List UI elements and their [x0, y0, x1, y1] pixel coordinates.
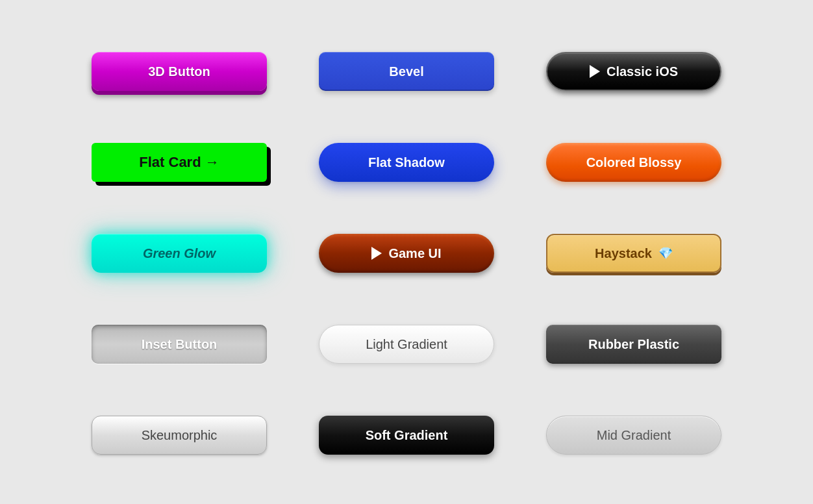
bevel-button[interactable]: Bevel: [319, 52, 494, 91]
cell-inset-button: Inset Button: [88, 299, 270, 390]
cell-skeumorphic-button: Skeumorphic: [88, 390, 270, 481]
play-icon-game: [371, 247, 382, 260]
haystack-button[interactable]: Haystack 💎: [546, 234, 721, 273]
light-gradient-button[interactable]: Light Gradient: [319, 325, 494, 364]
cell-rubber-plastic-button: Rubber Plastic: [543, 299, 725, 390]
game-ui-label: Game UI: [388, 246, 441, 261]
rubber-plastic-button[interactable]: Rubber Plastic: [546, 325, 721, 364]
classic-ios-label: Classic iOS: [607, 64, 678, 79]
cell-flat-shadow-button: Flat Shadow: [316, 117, 497, 208]
mid-gradient-button[interactable]: Mid Gradient: [546, 416, 721, 455]
cell-haystack-button: Haystack 💎: [543, 208, 725, 299]
haystack-label: Haystack: [595, 246, 652, 261]
soft-gradient-button[interactable]: Soft Gradient: [319, 416, 494, 455]
cell-colored-blossy-button: Colored Blossy: [543, 117, 725, 208]
diamond-icon: 💎: [658, 246, 673, 260]
colored-blossy-button[interactable]: Colored Blossy: [546, 143, 721, 182]
cell-flat-card-button: Flat Card →: [88, 117, 270, 208]
cell-classic-ios-button: Classic iOS: [543, 26, 725, 117]
cell-3d-button: 3D Button: [88, 26, 270, 117]
game-ui-button[interactable]: Game UI: [319, 234, 494, 273]
flat-shadow-button[interactable]: Flat Shadow: [319, 143, 494, 182]
cell-soft-gradient-button: Soft Gradient: [316, 390, 497, 481]
play-icon: [590, 65, 600, 78]
flat-card-button[interactable]: Flat Card →: [92, 143, 267, 182]
button-showcase-grid: 3D Button Bevel Classic iOS Flat Card → …: [62, 0, 751, 504]
cell-mid-gradient-button: Mid Gradient: [543, 390, 725, 481]
cell-game-ui-button: Game UI: [316, 208, 497, 299]
cell-light-gradient-button: Light Gradient: [316, 299, 497, 390]
cell-bevel-button: Bevel: [316, 26, 497, 117]
inset-button[interactable]: Inset Button: [92, 325, 267, 364]
cell-green-glow-button: Green Glow: [88, 208, 270, 299]
green-glow-button[interactable]: Green Glow: [92, 234, 267, 273]
classic-ios-button[interactable]: Classic iOS: [546, 52, 721, 91]
skeumorphic-button[interactable]: Skeumorphic: [92, 416, 267, 455]
3d-button[interactable]: 3D Button: [92, 52, 267, 91]
